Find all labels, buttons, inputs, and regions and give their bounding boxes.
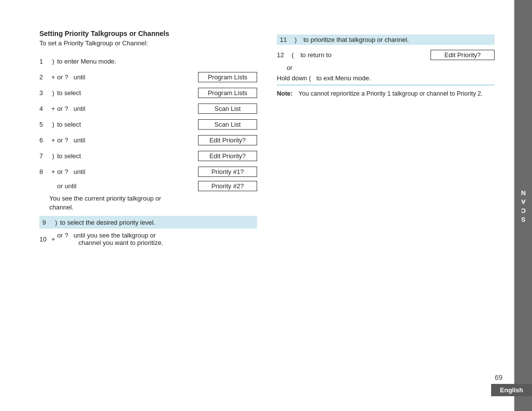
step-text-1: to enter Menu mode. (57, 58, 257, 65)
step-sym-5: ) (49, 121, 57, 128)
right-step-sym-11: ) (295, 36, 300, 43)
step-row-1: 1 ) to enter Menu mode. (39, 55, 257, 68)
step-sym-6: + (49, 137, 57, 144)
step-row-5: 5 ) to select Scan List (39, 118, 257, 131)
note-section: Note: You cannot reprioritize a Priority… (277, 90, 495, 97)
left-column: Setting Priority Talkgroups or Channels … (39, 30, 257, 391)
step-row-6: 6 + or ? until Edit Priority? (39, 134, 257, 146)
section-subtitle: To set a Priority Talkgroup or Channel: (39, 39, 257, 47)
step-row-3: 3 ) to select Program Lists (39, 86, 257, 99)
step-sym-3: ) (49, 89, 57, 97)
step-num-10: 10 (39, 236, 49, 243)
step-row-9: 9 ) to select the desired priority level… (39, 216, 257, 229)
step-text-9: to select the desired priority level. (60, 219, 254, 226)
step-row-4: 4 + or ? until Scan List (39, 102, 257, 115)
right-step-row-11: 11 ) to prioritize that talkgroup or cha… (277, 34, 495, 45)
step-box-7: Edit Priority? (198, 151, 257, 161)
you-see-text: You see the current priority talkgroup o… (49, 194, 257, 212)
step-sym-8: + (49, 168, 57, 175)
step-text-4: or ? until (57, 105, 195, 112)
right-step-text-11: to prioritize that talkgroup or channel. (303, 36, 492, 43)
step-text-3: to select (57, 89, 195, 97)
step-box-6: Edit Priority? (198, 135, 257, 145)
or-text: or (287, 64, 495, 71)
step-num-5: 5 (39, 121, 49, 128)
right-step-num-11: 11 (280, 36, 292, 43)
note-divider (277, 85, 495, 85)
step-sym-1: ) (49, 58, 57, 65)
step-row-2: 2 + or ? until Program Lists (39, 70, 257, 83)
page-number: 69 (495, 374, 502, 381)
hold-down-text: Hold down ( to exit Menu mode. (277, 74, 495, 82)
right-step-row-12: 12 ( to return to Edit Priority? (277, 50, 495, 60)
step-box-4: Scan List (198, 103, 257, 114)
note-text: You cannot reprioritize a Priority 1 tal… (299, 90, 483, 97)
sidebar-label: SCAN (520, 188, 527, 223)
step-text-10: or ? until you see the talkgroup or chan… (57, 232, 257, 246)
step-sym-4: + (49, 105, 57, 112)
step-text-5: to select (57, 121, 195, 128)
step-text-8-or: or until (57, 182, 180, 190)
step-sym-9: ) (52, 219, 60, 226)
step-box-3: Program Lists (198, 88, 257, 98)
step-row-7: 7 ) to select Edit Priority? (39, 149, 257, 162)
step-text-2: or ? until (57, 73, 195, 81)
section-title: Setting Priority Talkgroups or Channels (39, 30, 257, 37)
step-row-8-sub: or until Priority #2? (57, 181, 257, 191)
step-num-9: 9 (42, 219, 52, 226)
right-step-num-12: 12 (277, 51, 289, 59)
step-box-5: Scan List (198, 119, 257, 130)
step-num-1: 1 (39, 58, 49, 65)
step-row-10: 10 + or ? until you see the talkgroup or… (39, 232, 257, 246)
step-sym-2: + (49, 73, 57, 81)
right-step-box-12: Edit Priority? (431, 50, 495, 60)
english-badge: English (491, 384, 532, 396)
step-box-8b: Priority #2? (198, 181, 257, 191)
page-content: Setting Priority Talkgroups or Channels … (0, 0, 532, 411)
main-area: Setting Priority Talkgroups or Channels … (0, 0, 514, 411)
step-num-6: 6 (39, 137, 49, 144)
step-box-2: Program Lists (198, 72, 257, 82)
step-sym-10: + (49, 236, 57, 243)
step-sym-7: ) (49, 152, 57, 160)
step-text-8: or ? until (57, 168, 195, 175)
note-label: Note: (277, 90, 295, 97)
sidebar: SCAN (514, 0, 532, 411)
step-row-8: 8 + or ? until Priority #1? (39, 165, 257, 178)
right-column: 11 ) to prioritize that talkgroup or cha… (277, 30, 495, 391)
right-step-sym-12: ( (292, 51, 298, 59)
step-box-8a: Priority #1? (198, 167, 257, 177)
step-num-4: 4 (39, 105, 49, 112)
step-num-3: 3 (39, 89, 49, 97)
step-num-7: 7 (39, 152, 49, 160)
step-text-6: or ? until (57, 137, 195, 144)
step-num-8: 8 (39, 168, 49, 175)
right-step-text-12: to return to (300, 51, 428, 59)
step-num-2: 2 (39, 73, 49, 81)
step-text-7: to select (57, 152, 195, 160)
